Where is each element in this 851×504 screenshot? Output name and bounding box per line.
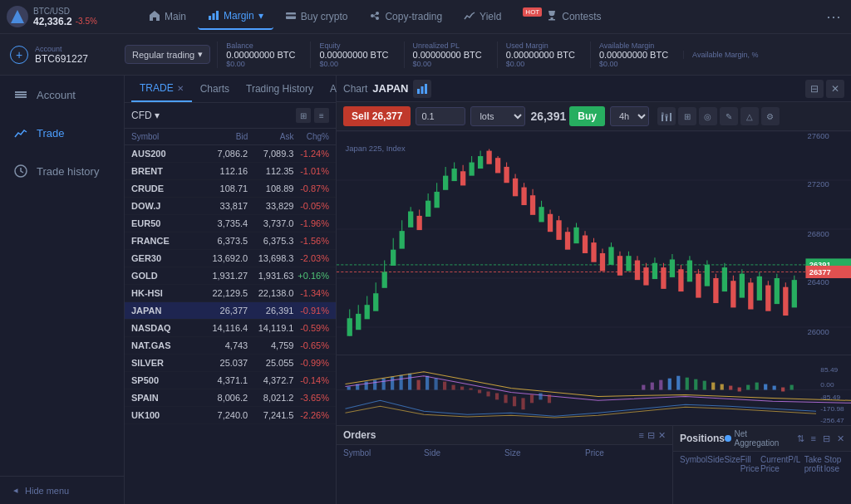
svg-rect-5 xyxy=(286,14,296,16)
tab-trade[interactable]: TRADE ✕ xyxy=(131,76,192,102)
positions-settings-icon[interactable]: ≡ xyxy=(811,433,816,443)
close-chart-icon[interactable]: ✕ xyxy=(826,80,844,98)
nav-item-copy-trading[interactable]: Copy-trading xyxy=(359,5,452,29)
nav-item-main[interactable]: Main xyxy=(139,5,196,29)
instrument-row[interactable]: JAPAN 26,377 26,391 -0.91% xyxy=(125,302,336,320)
hamburger-menu[interactable]: ⋯ xyxy=(823,4,844,29)
bar-chart-icon[interactable] xyxy=(657,107,676,125)
circle-icon[interactable]: ◎ xyxy=(699,107,717,125)
equity-label: Equity xyxy=(319,42,388,50)
positions-sort-icon[interactable]: ⇅ xyxy=(797,433,804,444)
instrument-row[interactable]: NAT.GAS 4,743 4,759 -0.65% xyxy=(125,337,336,355)
orders-panel: Orders ≡ ⊟ ✕ Symbol Side Size Price xyxy=(337,426,673,504)
instrument-row[interactable]: NASDAQ 14,116.4 14,119.1 -0.59% xyxy=(125,320,336,337)
nav-item-contests[interactable]: HOT Contests xyxy=(513,5,611,29)
positions-column-headers: Symbol Side Size Fill Price Current Pric… xyxy=(673,452,851,477)
pen-icon[interactable]: ✎ xyxy=(720,107,738,125)
instrument-row[interactable]: DOW.J 33,817 33,829 -0.05% xyxy=(125,198,336,215)
instrument-row[interactable]: SPAIN 8,006.2 8,021.2 -3.65% xyxy=(125,389,336,407)
pos-col-fill-price: Fill Price xyxy=(740,455,760,473)
filter-list-icon[interactable]: ≡ xyxy=(314,108,329,123)
instrument-row[interactable]: SILVER 25.037 25.055 -0.99% xyxy=(125,355,336,372)
settings-icon[interactable]: ⚙ xyxy=(761,107,780,125)
tab-charts[interactable]: Charts xyxy=(192,76,238,101)
instrument-row[interactable]: HK-HSI 22,129.5 22,138.0 -1.34% xyxy=(125,285,336,302)
svg-rect-123 xyxy=(687,261,692,282)
svg-rect-75 xyxy=(478,156,483,169)
equity-btc: 0.00000000 BTC xyxy=(319,50,388,60)
sidebar-item-trade[interactable]: Trade xyxy=(0,114,124,152)
nav-item-yield[interactable]: Yield xyxy=(454,5,511,29)
instrument-row[interactable]: AUS200 7,086.2 7,089.3 -1.24% xyxy=(125,145,336,163)
card-icon xyxy=(285,10,297,24)
qty-unit-select[interactable]: lots xyxy=(470,106,525,126)
orders-close-icon[interactable]: ✕ xyxy=(658,430,666,441)
svg-rect-231 xyxy=(539,393,542,399)
svg-rect-141 xyxy=(765,286,770,311)
instrument-row[interactable]: UK100 7,240.0 7,241.5 -2.26% xyxy=(125,407,336,424)
instrument-row[interactable]: FRANCE 6,373.5 6,375.3 -1.56% xyxy=(125,232,336,250)
col-symbol: Symbol xyxy=(131,132,202,141)
inst-ask: 14,119.1 xyxy=(248,323,293,333)
inst-chg: -0.65% xyxy=(293,340,329,350)
timeframe-select[interactable]: 4h1h1d xyxy=(610,106,649,126)
instrument-row[interactable]: GER30 13,692.0 13,698.3 -2.03% xyxy=(125,250,336,267)
svg-rect-213 xyxy=(382,379,386,390)
svg-rect-117 xyxy=(661,267,666,289)
trade-bar: Sell 26,377 lots 26,391 Buy 4h1h1d ⊞ ◎ ✎… xyxy=(337,102,851,131)
logo-area: BTC/USD 42,336.2 -3.5% xyxy=(7,6,135,27)
grid-icon[interactable]: ⊞ xyxy=(678,107,696,125)
pos-col-current-price: Current Price xyxy=(760,455,788,473)
inst-symbol: EUR50 xyxy=(131,218,202,228)
svg-rect-248 xyxy=(773,386,776,390)
orders-col-symbol: Symbol xyxy=(343,448,424,458)
nav-item-margin[interactable]: Margin ▾ xyxy=(198,4,273,30)
instrument-row[interactable]: CRUDE 108.71 108.89 -0.87% xyxy=(125,180,336,198)
inst-ask: 108.89 xyxy=(248,183,293,193)
nav-item-buy-crypto[interactable]: Buy crypto xyxy=(275,5,358,29)
search-list-icon[interactable]: ⊞ xyxy=(296,108,311,123)
chart-panel: Chart JAPAN ⊟ ✕ Sell 26,377 lots 26,391 … xyxy=(337,76,851,504)
add-account-button[interactable]: + xyxy=(10,46,28,64)
svg-rect-227 xyxy=(504,394,507,403)
avail-margin-pct-stat: Available Margin, % xyxy=(683,51,766,59)
orders-settings-icon[interactable]: ≡ xyxy=(639,430,644,441)
svg-text:26400: 26400 xyxy=(808,276,829,286)
buy-button[interactable]: Buy xyxy=(569,106,605,126)
layers-icon xyxy=(13,87,28,102)
svg-rect-95 xyxy=(565,232,570,249)
expand-icon[interactable]: ⊟ xyxy=(805,80,824,98)
nav-items: Main Margin ▾ Buy crypto Copy-trading xyxy=(139,4,819,30)
account-selector[interactable]: Account BTC691227 xyxy=(35,45,118,65)
positions-close-icon[interactable]: ✕ xyxy=(837,433,844,444)
sidebar-item-account[interactable]: Account xyxy=(0,76,124,114)
tab-trade-close[interactable]: ✕ xyxy=(177,84,184,93)
svg-rect-47 xyxy=(356,314,361,330)
inst-bid: 8,006.2 xyxy=(202,393,248,403)
chart-blue-icon[interactable] xyxy=(413,80,431,98)
main-layout: Account Trade Trade history ◂ Hide menu … xyxy=(0,76,851,504)
tab-trading-history[interactable]: Trading History xyxy=(238,76,322,101)
positions-expand-icon[interactable]: ⊟ xyxy=(823,433,830,444)
inst-bid: 26,377 xyxy=(202,306,248,316)
svg-rect-223 xyxy=(469,389,472,390)
svg-rect-77 xyxy=(486,151,491,164)
quantity-input[interactable] xyxy=(416,107,465,125)
instrument-row[interactable]: BRENT 112.16 112.35 -1.01% xyxy=(125,163,336,180)
svg-rect-135 xyxy=(740,274,745,298)
orders-expand-icon[interactable]: ⊟ xyxy=(647,430,655,441)
cfd-dropdown[interactable]: CFD ▾ xyxy=(131,110,160,121)
sidebar-item-trade-history[interactable]: Trade history xyxy=(0,152,124,190)
svg-rect-238 xyxy=(686,378,689,390)
instrument-row[interactable]: EUR50 3,735.4 3,737.0 -1.96% xyxy=(125,215,336,232)
sell-button[interactable]: Sell 26,377 xyxy=(343,106,411,126)
triangle-icon[interactable]: △ xyxy=(740,107,759,125)
inst-bid: 112.16 xyxy=(202,166,248,176)
trading-mode-dropdown[interactable]: Regular trading ▾ xyxy=(125,45,210,64)
used-margin-label: Used Margin xyxy=(506,42,575,50)
instrument-row[interactable]: GOLD 1,931.27 1,931.63 +0.16% xyxy=(125,267,336,285)
instrument-table: Symbol Bid Ask Chg% AUS200 7,086.2 7,089… xyxy=(125,129,336,504)
instrument-row[interactable]: SP500 4,371.1 4,372.7 -0.14% xyxy=(125,372,336,389)
hide-menu-button[interactable]: ◂ Hide menu xyxy=(0,476,124,504)
chart-tool-buttons: ⊞ ◎ ✎ △ ⚙ xyxy=(657,107,780,125)
